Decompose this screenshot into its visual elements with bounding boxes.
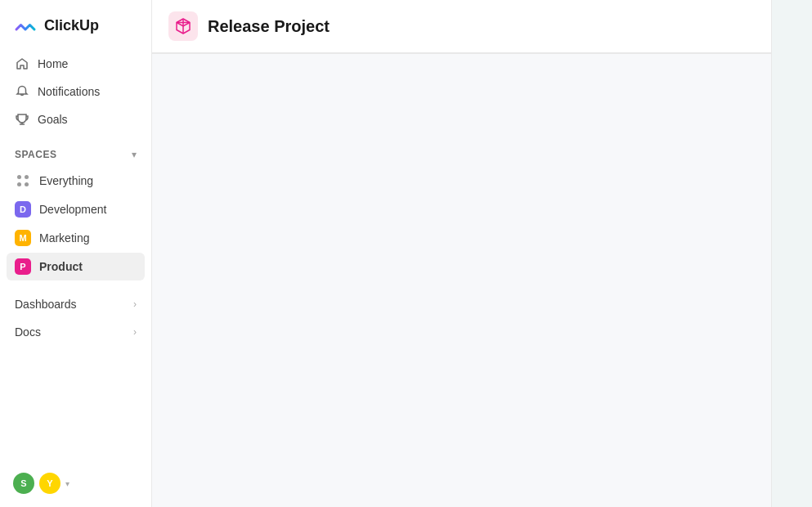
footer-chevron-icon: ▾ bbox=[65, 479, 70, 488]
trophy-icon bbox=[15, 112, 29, 127]
logo-area[interactable]: ClickUp bbox=[0, 0, 151, 47]
docs-label: Docs bbox=[15, 325, 41, 339]
sidebar-item-development[interactable]: D Development bbox=[7, 195, 145, 223]
sidebar-item-goals[interactable]: Goals bbox=[7, 106, 145, 132]
dashboards-chevron-icon: › bbox=[133, 298, 137, 310]
spaces-label: Spaces bbox=[15, 149, 56, 160]
spaces-list: Everything D Development M Marketing P P… bbox=[7, 167, 145, 280]
bell-icon bbox=[15, 84, 29, 99]
right-panel bbox=[771, 0, 812, 507]
product-avatar: P bbox=[15, 258, 31, 275]
top-bar: Release Project bbox=[152, 0, 771, 53]
notifications-label: Notifications bbox=[38, 85, 100, 98]
product-label: Product bbox=[39, 260, 83, 273]
docs-chevron-icon: › bbox=[133, 326, 137, 338]
home-icon bbox=[15, 56, 29, 71]
content-area bbox=[152, 54, 771, 507]
sidebar-item-everything[interactable]: Everything bbox=[7, 167, 145, 195]
everything-label: Everything bbox=[39, 174, 93, 187]
user-avatar-s: S bbox=[13, 473, 34, 494]
spaces-section: Spaces ▾ Everything D Development bbox=[0, 136, 151, 284]
goals-label: Goals bbox=[38, 113, 68, 126]
page-title: Release Project bbox=[208, 17, 330, 36]
project-icon bbox=[168, 11, 198, 41]
sidebar-item-home[interactable]: Home bbox=[7, 51, 145, 77]
chevron-down-icon: ▾ bbox=[132, 149, 137, 160]
nav-section: Home Notifications Goals bbox=[0, 47, 151, 136]
marketing-label: Marketing bbox=[39, 231, 89, 245]
development-avatar: D bbox=[15, 201, 31, 218]
development-label: Development bbox=[39, 203, 107, 216]
marketing-avatar: M bbox=[15, 230, 31, 246]
sidebar-item-notifications[interactable]: Notifications bbox=[7, 79, 145, 105]
logo-text: ClickUp bbox=[44, 17, 99, 34]
sidebar-item-product[interactable]: P Product bbox=[7, 253, 145, 280]
sidebar: ClickUp Home Notifications bbox=[0, 0, 152, 507]
sidebar-item-docs[interactable]: Docs › bbox=[7, 318, 145, 346]
clickup-logo-icon bbox=[13, 13, 38, 38]
sidebar-item-marketing[interactable]: M Marketing bbox=[7, 224, 145, 252]
home-label: Home bbox=[38, 57, 68, 70]
everything-dots-icon bbox=[15, 173, 31, 189]
sidebar-item-dashboards[interactable]: Dashboards › bbox=[7, 290, 145, 318]
sidebar-footer[interactable]: S Y ▾ bbox=[13, 473, 70, 494]
main-content: Release Project bbox=[152, 0, 771, 507]
bottom-section: Dashboards › Docs › bbox=[0, 287, 151, 349]
user-avatar-y: Y bbox=[39, 473, 61, 494]
spaces-header[interactable]: Spaces ▾ bbox=[7, 146, 145, 167]
dashboards-label: Dashboards bbox=[15, 298, 77, 311]
